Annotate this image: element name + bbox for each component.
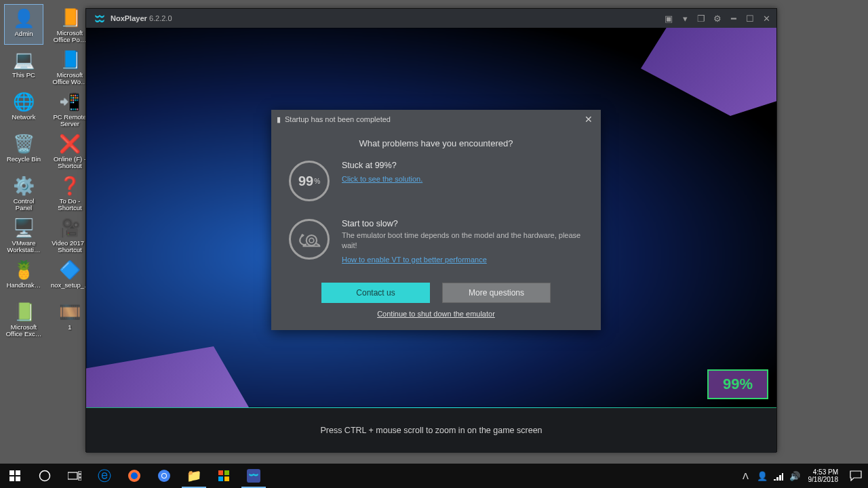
svg-rect-20: [247, 469, 260, 483]
app-icon: 📘: [59, 49, 81, 70]
svg-point-12: [131, 472, 138, 479]
icon-label: Handbrak…: [7, 282, 41, 289]
app-icon: 💻: [13, 49, 35, 70]
desktop-icon[interactable]: 👤Admin: [4, 4, 43, 45]
dropdown-icon[interactable]: ▾: [679, 12, 691, 24]
desktop-icon[interactable]: ⚙️Control Panel: [4, 172, 43, 213]
app-icon: 🖥️: [13, 217, 35, 239]
taskbar-store[interactable]: [209, 464, 239, 488]
svg-rect-19: [224, 476, 229, 481]
enable-vt-link[interactable]: How to enable VT to get better performan…: [342, 256, 487, 264]
desktop-icon[interactable]: 📗Microsoft Office Exc…: [4, 298, 43, 339]
icon-label: VMware Workstati…: [5, 240, 43, 254]
taskbar-firefox[interactable]: [119, 464, 149, 488]
dialog-question: What problems have you encountered?: [289, 138, 583, 148]
icon-label: Online (F) - Shortcut: [51, 156, 89, 170]
icon-label: This PC: [12, 72, 35, 79]
loading-progress-badge: 99%: [707, 369, 768, 399]
tray-volume-icon[interactable]: 🔊: [787, 464, 803, 488]
shutdown-emulator-link[interactable]: Continue to shut down the emulator: [289, 310, 583, 318]
app-icon: 🔷: [59, 259, 81, 281]
taskbar-nox[interactable]: [239, 464, 269, 488]
dialog-title: Startup has not been completed: [285, 115, 391, 123]
desktop-icon[interactable]: 🖥️VMware Workstati…: [4, 214, 43, 255]
app-icon: 📙: [59, 7, 81, 28]
snail-icon: [289, 219, 330, 260]
svg-rect-18: [218, 476, 223, 481]
desktop-icon[interactable]: 📙Microsoft Office Po…: [50, 4, 90, 45]
desktop-icon[interactable]: 🌐Network: [4, 88, 43, 129]
icon-label: Microsoft Office Wo…: [51, 72, 89, 86]
taskbar-file-explorer[interactable]: 📁: [179, 464, 209, 488]
cortana-button[interactable]: [30, 464, 60, 488]
nox-logo-icon: [93, 12, 106, 25]
desktop-icon[interactable]: 🗑️Recycle Bin: [4, 130, 43, 171]
icon-label: Microsoft Office Po…: [51, 30, 89, 44]
svg-rect-4: [9, 476, 14, 481]
app-icon: ❓: [59, 175, 81, 197]
icon-label: Video 2017 - Shortcut: [51, 240, 89, 254]
icon-label: 1: [68, 324, 71, 331]
footer-hint: Press CTRL + mouse scroll to zoom in on …: [320, 426, 542, 435]
app-icon: 📗: [13, 301, 35, 323]
svg-point-15: [162, 474, 166, 478]
tray-people-icon[interactable]: 👤: [754, 464, 770, 488]
desktop-icon[interactable]: 🎞️1: [50, 298, 90, 339]
app-icon: 🗑️: [13, 133, 35, 155]
icon-label: PC Remote Server: [51, 114, 89, 128]
more-questions-button[interactable]: More questions: [442, 283, 551, 303]
startup-dialog: ▮ Startup has not been completed ✕ What …: [271, 110, 601, 330]
start-button[interactable]: [0, 464, 30, 488]
nox-title: NoxPlayer 6.2.2.0: [111, 14, 172, 22]
desktop-icon[interactable]: 📘Microsoft Office Wo…: [50, 46, 90, 87]
desktop-icon[interactable]: 🍍Handbrak…: [4, 256, 43, 297]
desktop-icon[interactable]: 📲PC Remote Server: [50, 88, 90, 129]
taskbar-chrome[interactable]: [149, 464, 179, 488]
contact-us-button[interactable]: Contact us: [321, 283, 430, 303]
close-icon[interactable]: ✕: [760, 12, 772, 24]
icon-label: Control Panel: [5, 198, 43, 212]
slow-heading: Start too slow?: [342, 219, 583, 228]
tray-expand-icon[interactable]: ᐱ: [738, 464, 754, 488]
taskbar: ⓔ 📁 ᐱ 👤 🔊 4:53 PM9/18/2018: [0, 464, 868, 488]
taskbar-edge[interactable]: ⓔ: [90, 464, 119, 488]
app-icon: 🍍: [13, 259, 35, 281]
svg-rect-16: [218, 470, 223, 475]
stuck-solution-link[interactable]: Click to see the solution.: [342, 175, 422, 183]
dialog-close-button[interactable]: ✕: [582, 114, 595, 125]
svg-rect-3: [16, 470, 20, 475]
icon-label: To Do - Shortcut: [51, 198, 89, 212]
svg-point-6: [40, 471, 50, 481]
desktop-icon[interactable]: 🔷nox_setup_…: [50, 256, 90, 297]
settings-icon[interactable]: ⚙: [711, 12, 724, 24]
toolbox-icon[interactable]: ▣: [663, 12, 675, 24]
task-view-button[interactable]: [60, 464, 90, 488]
minimize-icon[interactable]: ━: [728, 12, 740, 24]
svg-rect-5: [16, 476, 20, 481]
nox-footer: Press CTRL + mouse scroll to zoom in on …: [86, 408, 776, 453]
tray-network-icon[interactable]: [770, 464, 787, 488]
action-center-button[interactable]: [844, 464, 868, 488]
ninety-nine-icon: 99%: [289, 161, 330, 201]
taskbar-clock[interactable]: 4:53 PM9/18/2018: [803, 468, 844, 484]
desktop-icon[interactable]: 💻This PC: [4, 46, 43, 87]
svg-point-1: [309, 238, 314, 243]
app-icon: 📲: [59, 91, 81, 113]
svg-rect-9: [79, 474, 81, 477]
dialog-titlebar[interactable]: ▮ Startup has not been completed ✕: [271, 110, 601, 129]
multi-instance-icon[interactable]: ❐: [695, 12, 707, 24]
svg-rect-10: [79, 478, 81, 481]
info-icon: ▮: [277, 115, 281, 124]
svg-rect-7: [68, 472, 77, 479]
svg-rect-2: [9, 470, 14, 475]
desktop-icon[interactable]: ❌Online (F) - Shortcut: [50, 130, 90, 171]
svg-point-0: [307, 235, 317, 245]
slow-desc: The emulator boot time depends on the mo…: [342, 230, 583, 251]
nox-titlebar[interactable]: NoxPlayer 6.2.2.0 ▣ ▾ ❐ ⚙ ━ ☐ ✕: [86, 9, 776, 28]
desktop-icon[interactable]: ❓To Do - Shortcut: [50, 172, 90, 213]
icon-label: Admin: [15, 30, 33, 37]
icon-label: nox_setup_…: [51, 282, 89, 289]
maximize-icon[interactable]: ☐: [744, 12, 756, 24]
desktop-icon[interactable]: 🎥Video 2017 - Shortcut: [50, 214, 90, 255]
app-icon: 🎥: [59, 217, 81, 239]
